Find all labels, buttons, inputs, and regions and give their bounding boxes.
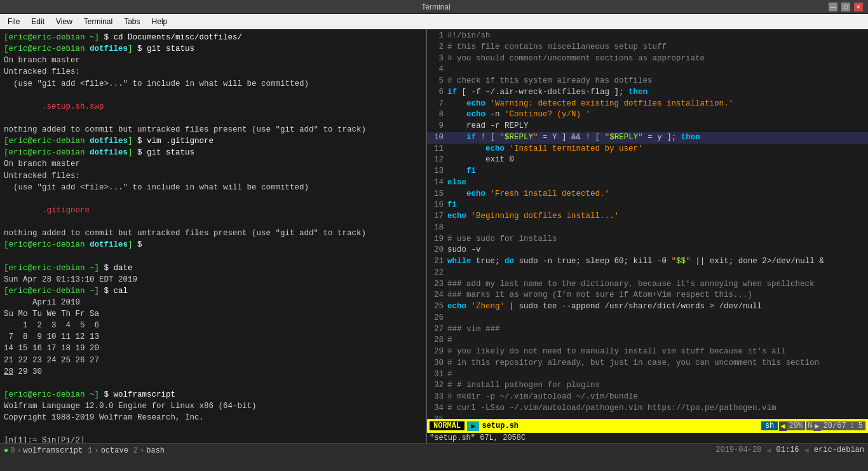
line-content: ### vim ### bbox=[447, 324, 500, 336]
minimize-button[interactable]: — bbox=[829, 3, 837, 11]
vim-line-5: 5 # check if this system already has dot… bbox=[427, 76, 868, 87]
line-number: 7 bbox=[427, 99, 447, 110]
terminal-output: nothing added to commit but untracked fi… bbox=[4, 124, 422, 135]
terminal-line: [eric@eric-debian ~] $ cal bbox=[4, 285, 422, 297]
terminal-output: (use "git add <file>..." to include in w… bbox=[4, 182, 422, 193]
terminal-pane[interactable]: [eric@eric-debian ~] $ cd Documents/misc… bbox=[0, 29, 427, 443]
terminal-output: Wolfram Language 12.0.0 Engine for Linux… bbox=[4, 400, 422, 412]
menu-view[interactable]: View bbox=[51, 16, 78, 27]
line-content: exit 0 bbox=[447, 154, 514, 166]
line-content: ### add my last name to the dictionary, … bbox=[447, 279, 815, 290]
terminal-output: nothing added to commit but untracked fi… bbox=[4, 228, 422, 239]
line-content: ### marks it as wrong (I'm not sure if A… bbox=[447, 290, 752, 301]
menu-file[interactable]: File bbox=[3, 16, 25, 27]
close-button[interactable]: ✕ bbox=[854, 3, 863, 11]
status-time: 01:16 bbox=[776, 446, 799, 455]
terminal-output: 1 2 3 4 5 6 bbox=[4, 320, 422, 331]
line-number: 34 bbox=[427, 403, 447, 414]
line-number: 9 bbox=[427, 121, 447, 132]
terminal-output: 28 29 30 bbox=[4, 366, 422, 378]
vim-statusbar: NORMAL ▶ setup.sh sh ◀ 29% N ▶ 20/67 : 5 bbox=[427, 419, 868, 433]
vim-line-21: 21 while true; do sudo -n true; sleep 60… bbox=[427, 256, 868, 268]
status-wolframscript[interactable]: wolframscript bbox=[24, 446, 83, 455]
line-number: 14 bbox=[427, 177, 447, 189]
status-octave[interactable]: octave bbox=[101, 446, 128, 455]
window-controls[interactable]: — □ ✕ bbox=[829, 3, 863, 11]
prompt-bracket: [ bbox=[4, 33, 9, 42]
terminal-line: [eric@eric-debian ~] $ date bbox=[4, 263, 422, 274]
terminal-blank bbox=[4, 378, 422, 389]
line-number: 35 bbox=[427, 414, 447, 420]
vim-line-35: 35 bbox=[427, 414, 868, 420]
line-number: 27 bbox=[427, 324, 447, 336]
menu-help[interactable]: Help bbox=[147, 16, 173, 27]
status-arrow-1: › bbox=[17, 446, 21, 455]
line-content: echo 'Fresh install detected.' bbox=[447, 189, 609, 200]
terminal-blank bbox=[4, 113, 422, 124]
line-number: 31 bbox=[427, 369, 447, 381]
vim-mode-indicator: NORMAL bbox=[430, 421, 465, 430]
vim-line-32: 32 # # install pathogen for plugins bbox=[427, 380, 868, 392]
vim-editor-content: 1 #!/bin/sh 2 # this file contains misce… bbox=[427, 29, 868, 419]
terminal-line: [eric@eric-debian ~] $ cd Documents/misc… bbox=[4, 32, 422, 43]
line-number: 32 bbox=[427, 380, 447, 392]
line-number: 21 bbox=[427, 256, 447, 268]
line-number: 11 bbox=[427, 144, 447, 155]
vim-line-8: 8 echo -n 'Continue? (y/N) ' bbox=[427, 109, 868, 121]
terminal-output: 14 15 16 17 18 19 20 bbox=[4, 343, 422, 354]
line-number: 13 bbox=[427, 166, 447, 177]
terminal-blank bbox=[4, 216, 422, 228]
status-tab-num-1: 1 bbox=[88, 446, 92, 455]
maximize-button[interactable]: □ bbox=[841, 3, 850, 11]
vim-lineinfo-sep: ▶ bbox=[813, 421, 820, 431]
vim-line-23: 23 ### add my last name to the dictionar… bbox=[427, 279, 868, 290]
menu-tabs[interactable]: Tabs bbox=[119, 16, 145, 27]
line-number: 24 bbox=[427, 290, 447, 301]
terminal-output: Sun Apr 28 01:13:10 EDT 2019 bbox=[4, 274, 422, 285]
line-content: # curl -LSso ~/.vim/autoload/pathogen.vi… bbox=[447, 403, 776, 414]
vim-line-27: 27 ### vim ### bbox=[427, 324, 868, 336]
line-number: 20 bbox=[427, 245, 447, 256]
terminal-line: [eric@eric-debian dotfiles] $ vim .gitig… bbox=[4, 135, 422, 147]
menu-edit[interactable]: Edit bbox=[26, 16, 50, 27]
line-number: 2 bbox=[427, 42, 447, 53]
line-content: # you likely do not need to manually ins… bbox=[447, 346, 786, 358]
calendar-today: 28 bbox=[4, 367, 13, 376]
vim-line-7: 7 echo 'Warning: detected existing dotfi… bbox=[427, 99, 868, 110]
vim-line-9: 9 read -r REPLY bbox=[427, 121, 868, 132]
status-sep2: ◀ bbox=[804, 446, 809, 455]
prompt-dollar: $ cd Documents/misc/dotfiles/ bbox=[99, 33, 242, 42]
line-number: 1 bbox=[427, 31, 447, 42]
line-content: # in this repository already, but just i… bbox=[447, 358, 819, 369]
line-number: 22 bbox=[427, 268, 447, 279]
line-number: 33 bbox=[427, 392, 447, 403]
status-sep1: ◀ bbox=[766, 446, 771, 455]
status-bash[interactable]: bash bbox=[146, 446, 165, 455]
terminal-output: 7 8 9 10 11 12 13 bbox=[4, 331, 422, 343]
vim-col: 5 bbox=[856, 421, 865, 430]
vim-filetype: sh bbox=[761, 421, 778, 430]
terminal-output: April 2019 bbox=[4, 297, 422, 308]
line-content: #!/bin/sh bbox=[447, 31, 491, 42]
line-number: 26 bbox=[427, 313, 447, 324]
status-tab-num-2: 2 bbox=[133, 446, 138, 455]
prompt-bracket2: ] bbox=[95, 33, 100, 42]
status-hostname: eric-debian bbox=[814, 446, 864, 455]
terminal-output: .setup.sh.swp bbox=[4, 101, 422, 113]
vim-msg-text: "setup.sh" 67L, 2058C bbox=[430, 433, 526, 442]
vim-line-28: 28 # bbox=[427, 335, 868, 346]
vim-line-16: 16 fi bbox=[427, 200, 868, 211]
line-content: # bbox=[447, 369, 452, 381]
window-title: Terminal bbox=[43, 3, 829, 11]
vim-line-14: 14 else bbox=[427, 177, 868, 189]
vim-line-17: 17 echo 'Beginning dotfiles install...' bbox=[427, 211, 868, 222]
terminal-blank bbox=[4, 250, 422, 262]
vim-pane[interactable]: 1 #!/bin/sh 2 # this file contains misce… bbox=[427, 29, 868, 443]
menu-terminal[interactable]: Terminal bbox=[79, 16, 118, 27]
terminal-output: On branch master bbox=[4, 158, 422, 170]
vim-line-6: 6 if [ -f ~/.air-wreck-dotfiles-flag ]; … bbox=[427, 87, 868, 99]
status-datetime: 2019-04-28 bbox=[715, 446, 761, 455]
terminal-output: Su Mo Tu We Th Fr Sa bbox=[4, 308, 422, 320]
vim-line-30: 30 # in this repository already, but jus… bbox=[427, 358, 868, 369]
line-number: 30 bbox=[427, 358, 447, 369]
